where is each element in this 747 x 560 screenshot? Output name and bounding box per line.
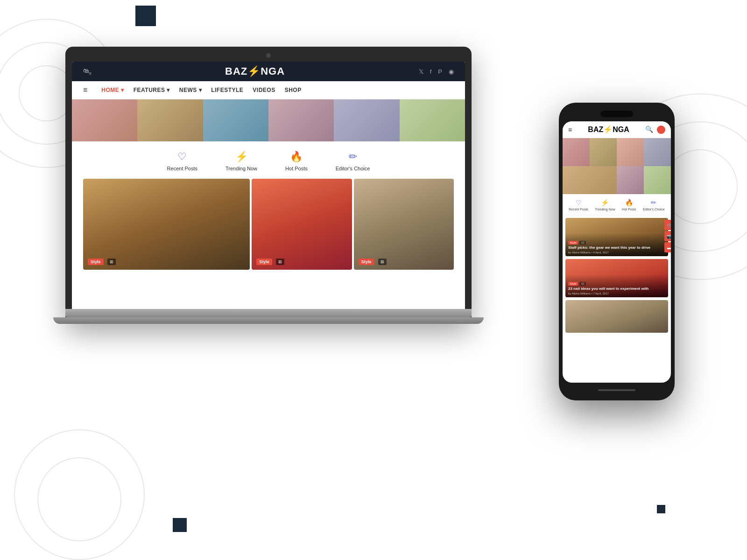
phone-screen: ≡ BAZ⚡NGA 🔍 bbox=[563, 121, 671, 383]
site-header: 🛍0 BAZ⚡NGA 𝕏 f P ◉ bbox=[72, 62, 465, 81]
scene: 🛍0 BAZ⚡NGA 𝕏 f P ◉ ≡ HOME ▾ FEATURES bbox=[0, 0, 747, 560]
phone-home-bar bbox=[563, 385, 671, 395]
hamburger-menu[interactable]: ≡ bbox=[83, 86, 87, 94]
phone-header-actions: 🔍 bbox=[645, 126, 665, 134]
nav-home[interactable]: HOME ▾ bbox=[101, 87, 124, 93]
strip-image-1 bbox=[72, 99, 137, 141]
phone-outer: ≡ BAZ⚡NGA 🔍 bbox=[559, 103, 675, 400]
categories: ♡ Recent Posts ⚡ Trending Now 🔥 Hot Post… bbox=[72, 141, 465, 179]
content-card-3[interactable]: Style ⊞ bbox=[354, 179, 454, 270]
phone-notch bbox=[600, 111, 633, 117]
laptop: 🛍0 BAZ⚡NGA 𝕏 f P ◉ ≡ HOME ▾ FEATURES bbox=[65, 47, 472, 324]
phone-article-1-badges: Style CI bbox=[568, 241, 665, 245]
instagram-icon[interactable]: ◉ bbox=[449, 68, 454, 75]
fire-icon: 🔥 bbox=[290, 151, 303, 163]
deco-circle-5 bbox=[37, 457, 121, 541]
phone-strip-5 bbox=[563, 166, 617, 194]
phone-strip-7 bbox=[644, 166, 671, 194]
phone-cat-hot-label: Hot Posts bbox=[622, 208, 636, 211]
nav-features[interactable]: FEATURES ▾ bbox=[134, 87, 170, 93]
phone-article-1-meta: by Alisha Williams • 4 April, 2017 bbox=[568, 251, 665, 254]
cart-icon[interactable]: 🛍0 bbox=[83, 67, 91, 76]
phone-cat-trending[interactable]: ⚡ Trending Now bbox=[595, 199, 615, 211]
pencil-icon: ✏ bbox=[349, 151, 357, 163]
laptop-base bbox=[65, 309, 472, 317]
deco-square-3 bbox=[173, 518, 187, 532]
phone-article-3[interactable] bbox=[565, 300, 668, 333]
phone-fire-icon: 🔥 bbox=[625, 199, 633, 206]
phone-article-2-title: 23 nail ideas you will want to experimen… bbox=[568, 287, 665, 291]
phone-art2-badge: Style bbox=[568, 282, 578, 286]
phone-cat-hot[interactable]: 🔥 Hot Posts bbox=[622, 199, 636, 211]
sidebar-btn-1-icon: 🛒 bbox=[667, 223, 671, 228]
cat-recent-posts[interactable]: ♡ Recent Posts bbox=[167, 151, 197, 171]
sidebar-btn-2[interactable]: 📷 bbox=[664, 231, 671, 241]
phone-article-1[interactable]: Style CI Staff picks: the gear we want t… bbox=[565, 218, 668, 256]
phone-heart-icon: ♡ bbox=[576, 199, 582, 206]
laptop-camera bbox=[266, 53, 271, 58]
sidebar-btn-3[interactable]: ▬ bbox=[664, 242, 671, 252]
card-2-icon-badge: ⊞ bbox=[276, 259, 284, 265]
phone-cat-recent-label: Recent Posts bbox=[569, 208, 588, 211]
phone-search-icon[interactable]: 🔍 bbox=[645, 126, 653, 134]
phone-article-2-meta: by Alisha Williams • 7 April, 2017 bbox=[568, 292, 665, 295]
phone-cat-trending-label: Trending Now bbox=[595, 208, 615, 211]
logo-bolt: ⚡ bbox=[247, 65, 261, 77]
laptop-outer: 🛍0 BAZ⚡NGA 𝕏 f P ◉ ≡ HOME ▾ FEATURES bbox=[65, 47, 472, 324]
phone-notch-bar bbox=[563, 108, 671, 119]
cat-label-editors: Editor's Choice bbox=[336, 166, 370, 171]
content-card-1[interactable]: Style ⊞ bbox=[83, 179, 250, 270]
heart-icon: ♡ bbox=[177, 151, 187, 163]
card-2-image bbox=[252, 179, 352, 270]
phone-articles: Style CI Staff picks: the gear we want t… bbox=[563, 215, 671, 338]
content-grid: Style ⊞ Style ⊞ Style ⊞ bbox=[72, 179, 465, 270]
sidebar-btn-1[interactable]: 🛒 bbox=[664, 220, 671, 230]
card-3-image bbox=[354, 179, 454, 270]
phone-cat-editors[interactable]: ✏ Editor's Choice bbox=[643, 199, 665, 211]
nav-shop[interactable]: SHOP bbox=[285, 87, 302, 93]
phone-sidebar-buttons: 🛒 📷 ▬ bbox=[664, 220, 671, 252]
phone-site-header: ≡ BAZ⚡NGA 🔍 bbox=[563, 121, 671, 138]
nav-videos[interactable]: VIDEOS bbox=[253, 87, 275, 93]
strip-image-4 bbox=[268, 99, 334, 141]
deco-square-4 bbox=[657, 505, 665, 513]
phone-user-icon[interactable] bbox=[657, 126, 665, 134]
card-3-badge: Style bbox=[359, 259, 374, 265]
cat-hot-posts[interactable]: 🔥 Hot Posts bbox=[285, 151, 308, 171]
cat-editors-choice[interactable]: ✏ Editor's Choice bbox=[336, 151, 370, 171]
cat-trending[interactable]: ⚡ Trending Now bbox=[226, 151, 257, 171]
phone-cat-recent[interactable]: ♡ Recent Posts bbox=[569, 199, 588, 211]
facebook-icon[interactable]: f bbox=[430, 68, 432, 75]
phone-article-2[interactable]: Style CI 23 nail ideas you will want to … bbox=[565, 259, 668, 297]
phone-article-2-container: Style CI 23 nail ideas you will want to … bbox=[565, 259, 668, 297]
deco-square-1 bbox=[135, 6, 156, 26]
phone-logo-text-1: BAZ bbox=[588, 126, 603, 133]
deco-circle-4 bbox=[14, 429, 145, 560]
phone-logo-text-2: NGA bbox=[613, 126, 629, 133]
twitter-icon[interactable]: 𝕏 bbox=[419, 68, 423, 75]
logo-text-2: NGA bbox=[261, 65, 285, 77]
nav-news[interactable]: NEWS ▾ bbox=[179, 87, 202, 93]
phone-article-1-overlay: Style CI Staff picks: the gear we want t… bbox=[565, 233, 668, 256]
laptop-foot bbox=[53, 317, 484, 324]
phone-strip-6 bbox=[617, 166, 644, 194]
phone-art2-badge2: CI bbox=[579, 282, 586, 286]
content-card-2[interactable]: Style ⊞ bbox=[252, 179, 352, 270]
cat-label-hot: Hot Posts bbox=[285, 166, 308, 171]
phone-art1-badge: Style bbox=[568, 241, 578, 245]
card-1-icon-badge: ⊞ bbox=[107, 259, 116, 265]
phone-article-2-badges: Style CI bbox=[568, 282, 665, 286]
social-icons: 𝕏 f P ◉ bbox=[419, 68, 454, 75]
cat-label-trending: Trending Now bbox=[226, 166, 257, 171]
phone-logo-bolt: ⚡ bbox=[603, 126, 613, 133]
phone-bolt-icon: ⚡ bbox=[601, 199, 609, 206]
phone-pencil-icon: ✏ bbox=[651, 199, 656, 206]
card-2-badge: Style bbox=[256, 259, 272, 265]
phone-article-1-title: Staff picks: the gear we want this year … bbox=[568, 245, 665, 250]
phone-strip-2 bbox=[590, 138, 617, 166]
bolt-icon: ⚡ bbox=[235, 151, 248, 163]
nav-lifestyle[interactable]: LIFESTYLE bbox=[211, 87, 243, 93]
phone-cat-editors-label: Editor's Choice bbox=[643, 208, 665, 211]
pinterest-icon[interactable]: P bbox=[438, 68, 442, 75]
phone-hamburger-icon[interactable]: ≡ bbox=[568, 126, 572, 133]
